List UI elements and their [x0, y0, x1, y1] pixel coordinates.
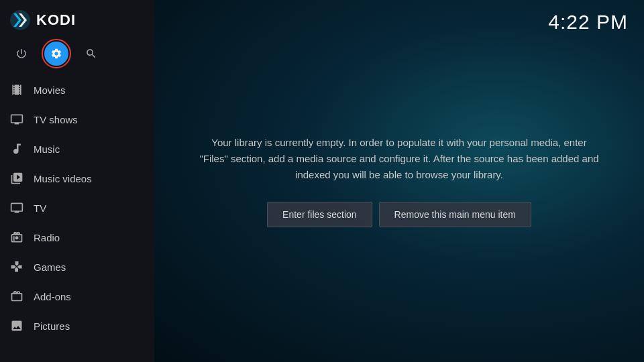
sidebar-item-pictures[interactable]: Pictures [0, 311, 154, 341]
sidebar-item-tv[interactable]: TV [0, 193, 154, 223]
sidebar-item-games[interactable]: Games [0, 252, 154, 282]
empty-library-box: Your library is currently empty. In orde… [184, 121, 614, 241]
power-button[interactable] [9, 42, 34, 66]
app-title: KODI [36, 11, 76, 29]
sidebar-item-addons[interactable]: Add-ons [0, 282, 154, 311]
nav-items: Movies TV shows Music Music videos TV [0, 75, 154, 362]
search-button[interactable] [79, 42, 103, 66]
sidebar-label-musicvideos: Music videos [34, 173, 92, 184]
musicvideos-icon [9, 171, 24, 186]
sidebar-label-games: Games [34, 261, 66, 273]
pictures-icon [9, 318, 24, 333]
sidebar-icons-row [0, 38, 154, 75]
enter-files-button[interactable]: Enter files section [267, 202, 372, 227]
tvshows-icon [9, 112, 24, 127]
sidebar-item-music[interactable]: Music [0, 134, 154, 164]
games-icon [9, 259, 24, 274]
sidebar: KODI Movies TV shows [0, 0, 154, 362]
sidebar-item-tvshows[interactable]: TV shows [0, 105, 154, 134]
time-display: 4:22 PM [548, 11, 628, 34]
sidebar-label-movies: Movies [34, 84, 66, 96]
sidebar-label-addons: Add-ons [34, 291, 71, 302]
empty-library-message: Your library is currently empty. In orde… [198, 135, 600, 183]
main-content: 4:22 PM Your library is currently empty.… [154, 0, 644, 362]
sidebar-label-music: Music [34, 143, 60, 155]
sidebar-header: KODI [0, 0, 154, 38]
action-buttons: Enter files section Remove this main men… [198, 202, 600, 227]
settings-button[interactable] [44, 42, 68, 66]
radio-icon [9, 230, 24, 245]
sidebar-item-musicvideos[interactable]: Music videos [0, 164, 154, 193]
sidebar-label-tvshows: TV shows [34, 114, 78, 125]
remove-menu-item-button[interactable]: Remove this main menu item [379, 202, 531, 227]
tv-icon [9, 200, 24, 215]
sidebar-label-pictures: Pictures [34, 320, 70, 332]
music-icon [9, 141, 24, 156]
movies-icon [9, 82, 24, 97]
sidebar-item-movies[interactable]: Movies [0, 75, 154, 105]
sidebar-label-tv: TV [34, 202, 46, 214]
addons-icon [9, 289, 24, 304]
sidebar-label-radio: Radio [34, 232, 60, 243]
kodi-logo-icon [9, 9, 31, 31]
sidebar-item-radio[interactable]: Radio [0, 223, 154, 252]
